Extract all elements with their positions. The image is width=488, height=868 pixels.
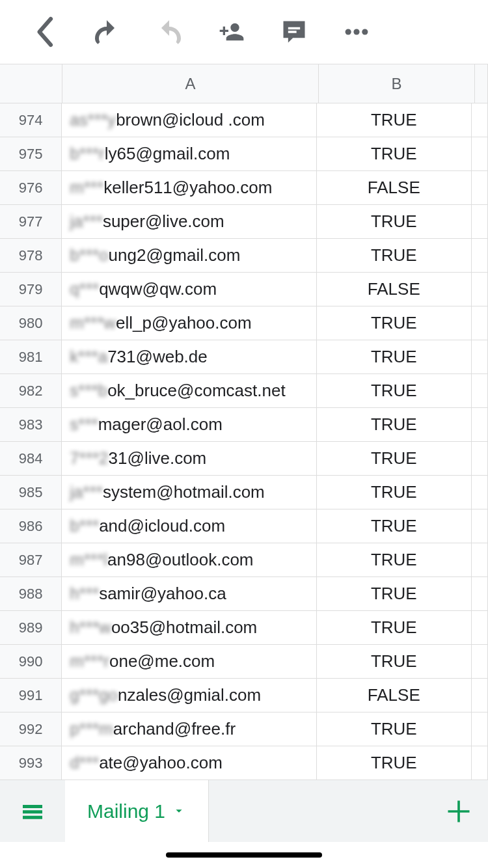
cell-empty[interactable] — [472, 611, 488, 645]
row-header[interactable]: 991 — [0, 679, 62, 712]
cell-flag[interactable]: TRUE — [317, 374, 472, 408]
cell-flag[interactable]: FALSE — [317, 679, 472, 712]
cell-email[interactable]: b***oung2@gmail.com — [62, 239, 316, 273]
cell-flag[interactable]: FALSE — [317, 273, 472, 306]
cell-empty[interactable] — [472, 577, 488, 611]
cell-empty[interactable] — [472, 679, 488, 712]
row-header[interactable]: 993 — [0, 746, 62, 780]
table-row[interactable]: 983s***mager@aol.comTRUE — [0, 408, 488, 442]
more-options-button[interactable] — [338, 14, 375, 50]
cell-flag[interactable]: FALSE — [317, 171, 472, 205]
cell-empty[interactable] — [472, 171, 488, 205]
table-row[interactable]: 981k***a731@web.deTRUE — [0, 340, 488, 374]
table-row[interactable]: 991g***gonzales@gmial.comFALSE — [0, 679, 488, 712]
cell-email[interactable]: m***rone@me.com — [62, 645, 316, 679]
cell-flag[interactable]: TRUE — [317, 712, 472, 746]
row-header[interactable]: 988 — [0, 577, 62, 611]
table-row[interactable]: 979q***qwqw@qw.comFALSE — [0, 273, 488, 306]
row-header[interactable]: 985 — [0, 476, 62, 509]
cell-flag[interactable]: TRUE — [317, 577, 472, 611]
table-row[interactable]: 992p***marchand@free.frTRUE — [0, 712, 488, 746]
cell-flag[interactable]: TRUE — [317, 340, 472, 374]
cell-email[interactable]: m***keller511@yahoo.com — [62, 171, 316, 205]
cell-empty[interactable] — [472, 408, 488, 442]
cell-flag[interactable]: TRUE — [317, 137, 472, 171]
cell-email[interactable]: q***qwqw@qw.com — [62, 273, 316, 306]
column-header-b[interactable]: B — [319, 64, 475, 103]
spreadsheet-rows[interactable]: 974as***ybrown@icloud .comTRUE975b***rly… — [0, 103, 488, 780]
cell-email[interactable]: s***bok_bruce@comcast.net — [62, 374, 316, 408]
cell-email[interactable]: s***mager@aol.com — [62, 408, 316, 442]
add-collaborator-button[interactable] — [213, 14, 250, 50]
all-sheets-button[interactable] — [0, 780, 65, 842]
cell-empty[interactable] — [472, 442, 488, 476]
cell-email[interactable]: m***lan98@outlook.com — [62, 543, 316, 577]
cell-email[interactable]: m***well_p@yahoo.com — [62, 306, 316, 340]
table-row[interactable]: 990m***rone@me.comTRUE — [0, 645, 488, 679]
cell-empty[interactable] — [472, 205, 488, 239]
cell-email[interactable]: ja***system@hotmail.com — [62, 476, 316, 509]
cell-empty[interactable] — [472, 746, 488, 780]
row-header[interactable]: 980 — [0, 306, 62, 340]
cell-empty[interactable] — [472, 374, 488, 408]
table-row[interactable]: 987m***lan98@outlook.comTRUE — [0, 543, 488, 577]
row-header[interactable]: 979 — [0, 273, 62, 306]
row-header[interactable]: 976 — [0, 171, 62, 205]
redo-button[interactable] — [151, 14, 187, 50]
cell-flag[interactable]: TRUE — [317, 645, 472, 679]
table-row[interactable]: 975b***rly65@gmail.comTRUE — [0, 137, 488, 171]
cell-email[interactable]: p***marchand@free.fr — [62, 712, 316, 746]
cell-empty[interactable] — [472, 103, 488, 137]
comment-button[interactable] — [276, 14, 312, 50]
cell-empty[interactable] — [472, 645, 488, 679]
cell-flag[interactable]: TRUE — [317, 205, 472, 239]
table-row[interactable]: 993d***ate@yahoo.comTRUE — [0, 746, 488, 780]
active-sheet-tab[interactable]: Mailing 1 — [65, 780, 209, 842]
back-button[interactable] — [26, 14, 62, 50]
cell-flag[interactable]: TRUE — [317, 543, 472, 577]
table-row[interactable]: 982s***bok_bruce@comcast.netTRUE — [0, 374, 488, 408]
cell-flag[interactable]: TRUE — [317, 408, 472, 442]
row-header[interactable]: 990 — [0, 645, 62, 679]
select-all-corner[interactable] — [0, 64, 62, 103]
cell-flag[interactable]: TRUE — [317, 476, 472, 509]
row-header[interactable]: 974 — [0, 103, 62, 137]
cell-email[interactable]: d***ate@yahoo.com — [62, 746, 316, 780]
spreadsheet-grid[interactable]: A B 974as***ybrown@icloud .comTRUE975b**… — [0, 64, 488, 780]
cell-empty[interactable] — [472, 137, 488, 171]
cell-flag[interactable]: TRUE — [317, 746, 472, 780]
row-header[interactable]: 984 — [0, 442, 62, 476]
table-row[interactable]: 977ja***super@live.comTRUE — [0, 205, 488, 239]
cell-flag[interactable]: TRUE — [317, 306, 472, 340]
row-header[interactable]: 992 — [0, 712, 62, 746]
table-row[interactable]: 976m***keller511@yahoo.comFALSE — [0, 171, 488, 205]
cell-empty[interactable] — [472, 306, 488, 340]
table-row[interactable]: 978b***oung2@gmail.comTRUE — [0, 239, 488, 273]
table-row[interactable]: 989h***woo35@hotmail.comTRUE — [0, 611, 488, 645]
cell-flag[interactable]: TRUE — [317, 103, 472, 137]
cell-flag[interactable]: TRUE — [317, 509, 472, 543]
add-sheet-button[interactable] — [429, 780, 488, 842]
row-header[interactable]: 977 — [0, 205, 62, 239]
cell-empty[interactable] — [472, 543, 488, 577]
column-header-a[interactable]: A — [62, 64, 319, 103]
cell-email[interactable]: g***gonzales@gmial.com — [62, 679, 316, 712]
cell-email[interactable]: ja***super@live.com — [62, 205, 316, 239]
cell-email[interactable]: h***samir@yahoo.ca — [62, 577, 316, 611]
row-header[interactable]: 987 — [0, 543, 62, 577]
cell-empty[interactable] — [472, 712, 488, 746]
row-header[interactable]: 982 — [0, 374, 62, 408]
cell-email[interactable]: 7***231@live.com — [62, 442, 316, 476]
table-row[interactable]: 985ja***system@hotmail.comTRUE — [0, 476, 488, 509]
cell-flag[interactable]: TRUE — [317, 611, 472, 645]
cell-empty[interactable] — [472, 340, 488, 374]
cell-empty[interactable] — [472, 239, 488, 273]
cell-flag[interactable]: TRUE — [317, 442, 472, 476]
cell-empty[interactable] — [472, 476, 488, 509]
cell-email[interactable]: k***a731@web.de — [62, 340, 316, 374]
table-row[interactable]: 988h***samir@yahoo.caTRUE — [0, 577, 488, 611]
row-header[interactable]: 975 — [0, 137, 62, 171]
row-header[interactable]: 983 — [0, 408, 62, 442]
row-header[interactable]: 978 — [0, 239, 62, 273]
row-header[interactable]: 989 — [0, 611, 62, 645]
